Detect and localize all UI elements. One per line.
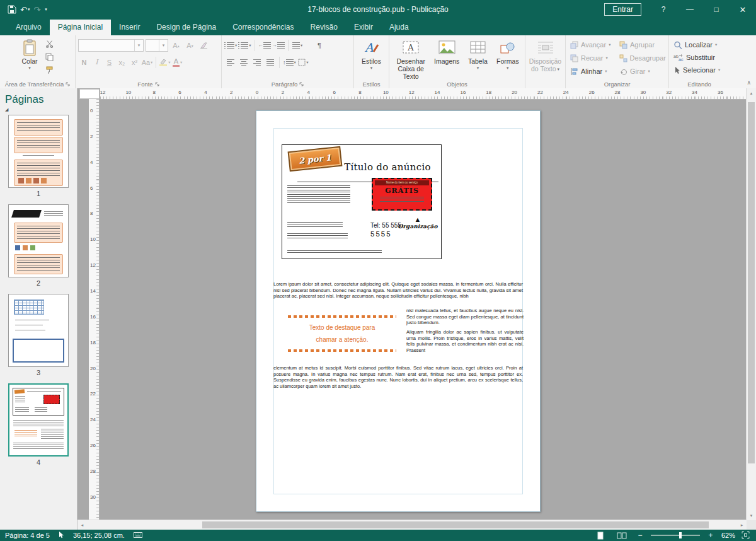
two-page-view-button[interactable] xyxy=(614,530,629,540)
page-thumbnail-4[interactable]: 4 xyxy=(0,383,77,466)
justify-button[interactable] xyxy=(264,56,276,68)
cut-button[interactable] xyxy=(43,38,55,50)
zoom-slider-handle[interactable] xyxy=(679,532,682,538)
publication-page[interactable]: 2 por 1 Título do anúncio Nome do item o… xyxy=(256,110,541,512)
text-wrapping-button[interactable]: Disposição do Texto▾ xyxy=(527,38,563,73)
font-name-select[interactable]: ▾ xyxy=(78,39,144,52)
font-color-button[interactable]: A ▾ xyxy=(171,56,183,68)
pull-quote[interactable]: Texto de destaque para chamar a atenção. xyxy=(288,310,396,357)
copy-button[interactable] xyxy=(43,51,55,63)
body-paragraph-1[interactable]: Lorem ipsum dolor sit amet, consectetur … xyxy=(273,281,523,300)
vertical-scroll-thumb[interactable] xyxy=(748,102,755,463)
superscript-button[interactable]: x² xyxy=(129,56,140,68)
align-left-button[interactable] xyxy=(224,56,236,68)
save-button[interactable] xyxy=(8,5,16,14)
clear-formatting-button[interactable] xyxy=(198,40,210,52)
table-button[interactable]: Tabela ▾ xyxy=(464,38,492,71)
maximize-button[interactable]: □ xyxy=(703,0,730,19)
scroll-down-arrow[interactable]: ▾ xyxy=(747,511,756,520)
scroll-left-arrow[interactable]: ◂ xyxy=(77,520,87,530)
column-right-paragraph-1[interactable]: nisl malesuada tellus, et faucibus augue… xyxy=(406,308,524,326)
dialog-launcher-icon[interactable] xyxy=(299,82,304,86)
zoom-out-button[interactable]: − xyxy=(636,531,644,540)
shrink-font-button[interactable]: A▾ xyxy=(184,40,196,52)
borders-button[interactable]: ▾ xyxy=(297,56,309,68)
body-paragraph-2[interactable]: elementum at metus id suscipit. Morbi eu… xyxy=(273,365,523,389)
replace-button[interactable]: abac Substituir xyxy=(672,51,727,64)
zoom-level[interactable]: 62% xyxy=(721,532,735,539)
tab-inserir[interactable]: Inserir xyxy=(111,20,148,35)
format-painter-button[interactable] xyxy=(43,64,55,76)
dialog-launcher-icon[interactable] xyxy=(66,82,70,86)
horizontal-scroll-thumb[interactable] xyxy=(202,521,709,528)
tab-design-de-pagina[interactable]: Design de Página xyxy=(148,20,224,35)
tab-exibir[interactable]: Exibir xyxy=(346,20,381,35)
highlight-color-button[interactable]: ▾ xyxy=(159,56,171,68)
tab-revisao[interactable]: Revisão xyxy=(302,20,346,35)
subscript-button[interactable]: x₂ xyxy=(116,56,128,68)
vertical-scrollbar[interactable]: ▴ ▾ xyxy=(746,88,756,520)
find-button[interactable]: Localizar▾ xyxy=(672,38,727,51)
draw-text-box-button[interactable]: A Desenhar Caixa de Texto xyxy=(392,38,430,81)
paste-button[interactable]: Colar ▾ xyxy=(20,38,39,71)
zoom-slider[interactable] xyxy=(651,535,700,536)
decrease-indent-button[interactable]: ← xyxy=(258,39,271,51)
styles-button[interactable]: A Estilos ▾ xyxy=(360,38,383,71)
customize-qat-button[interactable]: ▾ xyxy=(44,7,47,12)
show-paragraph-marks-button[interactable]: ¶ xyxy=(314,39,326,51)
page-indicator[interactable]: Página: 4 de 5 xyxy=(5,532,50,539)
ungroup-button[interactable]: Desagrupar xyxy=(617,52,668,64)
tab-pagina-inicial[interactable]: Página Inicial xyxy=(50,20,111,35)
collapse-ribbon-button[interactable]: ∧ xyxy=(747,79,751,86)
align-center-button[interactable] xyxy=(238,56,249,68)
column-right-paragraph-2[interactable]: Aliquam fringilla dolor ac sapien finibu… xyxy=(406,329,524,353)
font-size-select[interactable]: ▾ xyxy=(146,39,168,52)
help-button[interactable]: ? xyxy=(650,0,677,19)
organization-logo[interactable]: ▲ Organização xyxy=(397,216,438,230)
italic-button[interactable]: I xyxy=(91,56,103,68)
line-spacing-button[interactable]: ↕▾ xyxy=(283,56,296,68)
single-page-view-button[interactable] xyxy=(593,530,608,540)
horizontal-scrollbar[interactable]: ◂ ▸ xyxy=(77,520,747,530)
page-thumbnail-2[interactable]: 2 xyxy=(0,204,77,287)
dialog-launcher-icon[interactable] xyxy=(155,82,159,86)
ad-fine-print[interactable] xyxy=(287,185,350,204)
ad-title[interactable]: Título do anúncio xyxy=(336,161,438,173)
minimize-button[interactable]: — xyxy=(677,0,703,19)
zoom-in-button[interactable]: + xyxy=(706,531,715,540)
page-thumbnail-3[interactable]: 3 xyxy=(0,294,77,376)
undo-button[interactable]: ↶▾ xyxy=(20,5,30,15)
panel-collapse-icon[interactable]: ◢ xyxy=(0,106,77,115)
bold-button[interactable]: N xyxy=(78,56,90,68)
shapes-button[interactable]: Formas ▾ xyxy=(493,38,522,71)
tab-correspondencias[interactable]: Correspondências xyxy=(224,20,302,35)
numbering-button[interactable]: ▾ xyxy=(238,39,251,51)
sign-in-button[interactable]: Entrar xyxy=(604,3,641,16)
fit-page-icon[interactable] xyxy=(742,531,750,540)
select-button[interactable]: Selecionar▾ xyxy=(672,64,727,76)
tab-ajuda[interactable]: Ajuda xyxy=(381,20,417,35)
align-right-button[interactable] xyxy=(251,56,263,68)
page-thumbnail-1[interactable]: 1 xyxy=(0,115,77,197)
pictures-button[interactable]: Imagens xyxy=(431,38,462,66)
columns-button[interactable]: ▾ xyxy=(292,39,304,51)
coupon[interactable]: Nome do item ou serviço GRÁTIS xyxy=(372,178,432,211)
send-backward-button[interactable]: Recuar▾ xyxy=(568,52,617,64)
close-button[interactable]: ✕ xyxy=(730,0,756,19)
change-case-button[interactable]: Aa▾ xyxy=(141,56,153,68)
align-button[interactable]: Alinhar▾ xyxy=(568,65,617,78)
bullets-button[interactable]: ▾ xyxy=(224,39,237,51)
ad-text-box[interactable]: 2 por 1 Título do anúncio Nome do item o… xyxy=(282,144,442,259)
scroll-right-arrow[interactable]: ▸ xyxy=(737,520,747,530)
vertical-ruler[interactable]: 024681012141618202224262830 xyxy=(89,99,100,520)
redo-button[interactable]: ↷ xyxy=(33,5,40,15)
horizontal-ruler[interactable]: 1210864202468101214161820222426283032343… xyxy=(100,88,747,100)
rotate-button[interactable]: Girar▾ xyxy=(617,65,668,78)
scroll-up-arrow[interactable]: ▴ xyxy=(747,88,756,98)
increase-indent-button[interactable]: → xyxy=(272,39,285,51)
ad-badge[interactable]: 2 por 1 xyxy=(288,146,343,172)
bring-forward-button[interactable]: Avançar▾ xyxy=(568,38,617,51)
group-button[interactable]: Agrupar xyxy=(617,38,668,51)
underline-button[interactable]: S xyxy=(103,56,115,68)
tab-arquivo[interactable]: Arquivo xyxy=(8,20,50,35)
